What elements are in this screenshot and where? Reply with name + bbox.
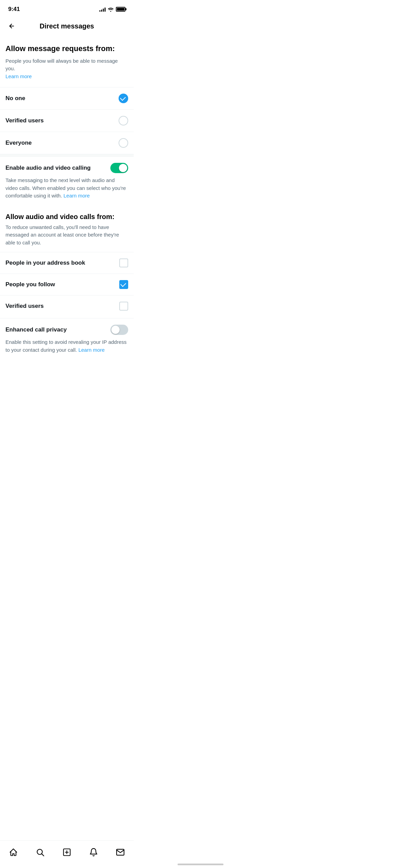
- battery-icon: [116, 7, 125, 12]
- audio-calling-desc: Take messaging to the next level with au…: [5, 177, 128, 200]
- enhanced-privacy-label: Enhanced call privacy: [5, 326, 110, 333]
- enhanced-privacy-knob: [111, 326, 120, 334]
- audio-calling-learn-more[interactable]: Learn more: [63, 193, 90, 198]
- people-follow-label: People you follow: [5, 281, 55, 288]
- audio-calls-title: Allow audio and video calls from:: [0, 206, 134, 224]
- enhanced-privacy-learn-more[interactable]: Learn more: [78, 347, 105, 353]
- address-book-label: People in your address book: [5, 260, 85, 266]
- option-no-one[interactable]: No one: [0, 87, 134, 109]
- message-requests-learn-more[interactable]: Learn more: [5, 73, 32, 79]
- option-no-one-label: No one: [5, 95, 25, 102]
- radio-verified-users[interactable]: [119, 116, 128, 125]
- checkbox-people-follow-btn[interactable]: [119, 280, 128, 289]
- radio-everyone[interactable]: [119, 138, 128, 148]
- message-requests-desc: People you follow will always be able to…: [5, 57, 128, 81]
- page-title: Direct messages: [40, 22, 94, 30]
- back-button[interactable]: [5, 20, 18, 32]
- audio-calls-desc: To reduce unwanted calls, you'll need to…: [0, 224, 134, 252]
- status-icons: [99, 7, 125, 12]
- status-time: 9:41: [8, 6, 20, 13]
- enhanced-privacy-desc: Enable this setting to avoid revealing y…: [5, 338, 128, 354]
- radio-no-one[interactable]: [119, 94, 128, 103]
- checkbox-people-follow[interactable]: People you follow: [0, 274, 134, 295]
- enhanced-privacy-section: Enhanced call privacy Enable this settin…: [0, 318, 134, 360]
- option-verified-label: Verified users: [5, 117, 44, 124]
- option-everyone[interactable]: Everyone: [0, 132, 134, 154]
- audio-calling-label: Enable audio and video calling: [5, 165, 110, 171]
- status-bar: 9:41: [0, 0, 134, 16]
- message-requests-title: Allow message requests from:: [5, 44, 128, 54]
- checkbox-verified-users-btn[interactable]: [119, 302, 128, 311]
- header: Direct messages: [0, 16, 134, 37]
- audio-video-calling-section: Enable audio and video calling Take mess…: [0, 157, 134, 206]
- checkbox-address-book[interactable]: People in your address book: [0, 252, 134, 274]
- wifi-icon: [108, 7, 114, 12]
- option-everyone-label: Everyone: [5, 140, 32, 146]
- checkbox-verified-users[interactable]: Verified users: [0, 295, 134, 317]
- signal-icon: [99, 7, 106, 12]
- main-content: Allow message requests from: People you …: [0, 37, 134, 394]
- audio-calling-toggle[interactable]: [110, 163, 128, 173]
- verified-users-calls-label: Verified users: [5, 303, 44, 310]
- enhanced-privacy-toggle-row: Enhanced call privacy: [5, 325, 128, 335]
- enhanced-privacy-toggle[interactable]: [110, 325, 128, 335]
- checkbox-address-book-btn[interactable]: [119, 258, 128, 267]
- section-divider: [0, 154, 134, 157]
- toggle-knob: [119, 164, 127, 172]
- audio-calling-toggle-row: Enable audio and video calling: [5, 163, 128, 173]
- message-requests-section: Allow message requests from: People you …: [0, 37, 134, 87]
- option-verified-users[interactable]: Verified users: [0, 109, 134, 132]
